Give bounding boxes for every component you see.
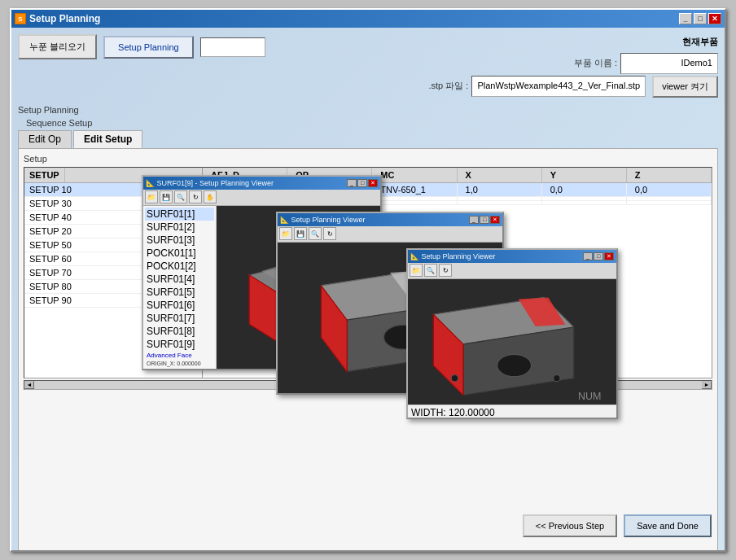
main-panel: Setup SETUP SETUP 10 SETUP 30 SETUP 40	[18, 148, 718, 550]
save-and-done-button[interactable]: Save and Done	[624, 514, 712, 537]
titlebar-left: S Setup Planning	[15, 13, 100, 24]
property-text: ORIGIN_X: 0.000000	[145, 360, 214, 367]
breadcrumb-level1: Setup Planning	[18, 105, 79, 115]
tab-edit-setup[interactable]: Edit Setup	[73, 130, 142, 148]
cell-z	[627, 201, 712, 204]
viewer-sidebar-1[interactable]: SURF01[1] SURF01[2] SURF01[3] POCK01[1] …	[143, 206, 217, 369]
viewer-body-3: NUM WIDTH: 120.00000 DEPTH_VECTOR_Z: 0.0…	[408, 279, 616, 418]
left-controls: 누푼 블리오기 Setup Planning	[18, 34, 265, 59]
sidebar-item[interactable]: SURF01[7]	[145, 312, 214, 325]
main-window: S Setup Planning _ □ ✕ kari 누푼 블리오기 Setu…	[10, 8, 726, 552]
cell-y	[542, 197, 627, 200]
stp-file-value: PlanWstpWexample443_2_Ver_Final.stp	[471, 76, 646, 97]
viewer-max-btn-2[interactable]: □	[480, 216, 489, 224]
viewer-tool-open[interactable]: 📁	[145, 190, 158, 203]
setup-planning-button[interactable]: Setup Planning	[103, 36, 194, 59]
tab-edit-op[interactable]: Edit Op	[18, 130, 72, 148]
dropdown-field[interactable]	[200, 37, 265, 57]
viewer-tool-3-open[interactable]: 📁	[410, 264, 423, 277]
current-part-label: 현재부품	[429, 34, 719, 50]
viewer-tool-3-rotate[interactable]: ↻	[439, 264, 452, 277]
viewer-tool-rotate[interactable]: ↻	[189, 190, 202, 203]
viewer-title-btns-3: _ □ ✕	[583, 252, 614, 260]
viewer-tool-3-zoom[interactable]: 🔍	[424, 264, 437, 277]
cell-x	[458, 201, 542, 204]
sidebar-item[interactable]: POCK01[1]	[145, 247, 214, 260]
titlebar-buttons: _ □ ✕	[679, 13, 721, 24]
cell-x: 1,0	[458, 183, 542, 196]
viewer-close-btn-3[interactable]: ✕	[604, 252, 614, 260]
viewer-close-btn-2[interactable]: ✕	[490, 216, 500, 224]
breadcrumb: Setup Planning	[18, 104, 718, 116]
viewer-tool-2-save[interactable]: 💾	[294, 227, 307, 240]
part-name-value: IDemo1	[620, 53, 718, 74]
part-name-row: 부품 이름 : IDemo1	[429, 53, 719, 74]
viewer-tool-zoom[interactable]: 🔍	[174, 190, 187, 203]
cell-y: 0,0	[542, 183, 627, 196]
minimize-button[interactable]: _	[679, 13, 692, 24]
viewer-toolbar-1: 📁 💾 🔍 ↻ ✋	[143, 190, 380, 206]
viewer-titlebar-1: 📐 SURF01[9] - Setup Planning Viewer _ □ …	[143, 177, 380, 190]
sidebar-item[interactable]: SURF01[1]	[145, 208, 214, 221]
part-name-label: 부품 이름 :	[574, 55, 617, 72]
viewer-window-3[interactable]: 📐 Setup Planning Viewer _ □ ✕ 📁 🔍 ↻	[406, 248, 618, 419]
bottom-nav: << Previous Step Save and Done	[523, 514, 712, 537]
close-button[interactable]: ✕	[708, 13, 721, 24]
viewer-max-btn-3[interactable]: □	[594, 252, 603, 260]
maximize-button[interactable]: □	[694, 13, 707, 24]
viewer-toolbar-3: 📁 🔍 ↻	[408, 263, 616, 279]
viewer-min-btn-1[interactable]: _	[347, 179, 357, 187]
viewer-tool-2-open[interactable]: 📁	[279, 227, 292, 240]
viewer-button[interactable]: viewer 켜기	[652, 76, 718, 98]
setup-col-header: SETUP	[24, 168, 65, 182]
current-part-info: 현재부품 부품 이름 : IDemo1 .stp 파일 : PlanWstpWe…	[429, 34, 719, 99]
breadcrumb-level2-row: Sequence Setup	[18, 117, 718, 129]
table-viewers-container: SETUP SETUP 10 SETUP 30 SETUP 40 SETUP 2…	[24, 167, 712, 390]
scroll-right-arrow[interactable]: ►	[702, 381, 712, 389]
sidebar-item[interactable]: SURF01[9]	[145, 338, 214, 351]
viewer-title-3: 📐 Setup Planning Viewer	[410, 252, 495, 260]
col-z: Z	[627, 168, 712, 182]
previous-step-button[interactable]: << Previous Step	[523, 514, 617, 537]
sidebar-item[interactable]: POCK01[2]	[145, 260, 214, 273]
viewer-canvas-3: NUM	[408, 279, 616, 405]
panel-label: Setup	[24, 154, 712, 164]
svg-point-25	[451, 374, 458, 381]
sidebar-item[interactable]: SURF01[6]	[145, 299, 214, 312]
viewer-min-btn-2[interactable]: _	[469, 216, 479, 224]
viewer-title-2: 📐 Setup Planning Viewer	[280, 216, 365, 224]
breadcrumb-level2: Sequence Setup	[26, 118, 92, 128]
sidebar-item[interactable]: SURF01[8]	[145, 325, 214, 338]
viewer-tool-2-rotate[interactable]: ↻	[323, 227, 336, 240]
viewer-close-btn-1[interactable]: ✕	[368, 179, 378, 187]
col-x: X	[458, 168, 542, 182]
sidebar-item[interactable]: SURF01[3]	[145, 234, 214, 247]
viewer-title-btns-1: _ □ ✕	[347, 179, 378, 187]
titlebar: S Setup Planning _ □ ✕	[11, 10, 725, 28]
viewer-titlebar-2: 📐 Setup Planning Viewer _ □ ✕	[278, 213, 502, 226]
load-button[interactable]: 누푼 블리오기	[18, 34, 97, 59]
viewer-min-btn-3[interactable]: _	[583, 252, 593, 260]
svg-point-24	[497, 354, 532, 376]
tabs-row: Edit Op Edit Setup	[18, 130, 718, 148]
cell-y	[542, 201, 627, 204]
viewer-tool-save[interactable]: 💾	[160, 190, 173, 203]
window-title: Setup Planning	[29, 13, 100, 24]
viewer-titlebar-3: 📐 Setup Planning Viewer _ □ ✕	[408, 250, 616, 263]
stp-file-row: .stp 파일 : PlanWstpWexample443_2_Ver_Fina…	[429, 76, 719, 98]
viewer-tool-pan[interactable]: ✋	[204, 190, 217, 203]
viewer-max-btn-1[interactable]: □	[357, 179, 367, 187]
col-y: Y	[542, 168, 627, 182]
sidebar-item[interactable]: SURF01[4]	[145, 273, 214, 286]
property-text: ORIGIN_Y: 0.000000	[145, 367, 214, 369]
viewer-title-1: 📐 SURF01[9] - Setup Planning Viewer	[146, 179, 274, 187]
info-text: WIDTH: 120.00000	[411, 407, 613, 418]
viewer-tool-2-zoom[interactable]: 🔍	[309, 227, 322, 240]
col-mc: MC	[372, 168, 457, 182]
sidebar-item[interactable]: SURF01[2]	[145, 221, 214, 234]
cell-mc	[372, 197, 457, 200]
sidebar-item[interactable]: SURF01[5]	[145, 286, 214, 299]
scroll-left-arrow[interactable]: ◄	[24, 381, 34, 389]
part-3d-svg-3: NUM	[408, 279, 616, 405]
advanced-face-link[interactable]: Advanced Face	[145, 351, 214, 360]
